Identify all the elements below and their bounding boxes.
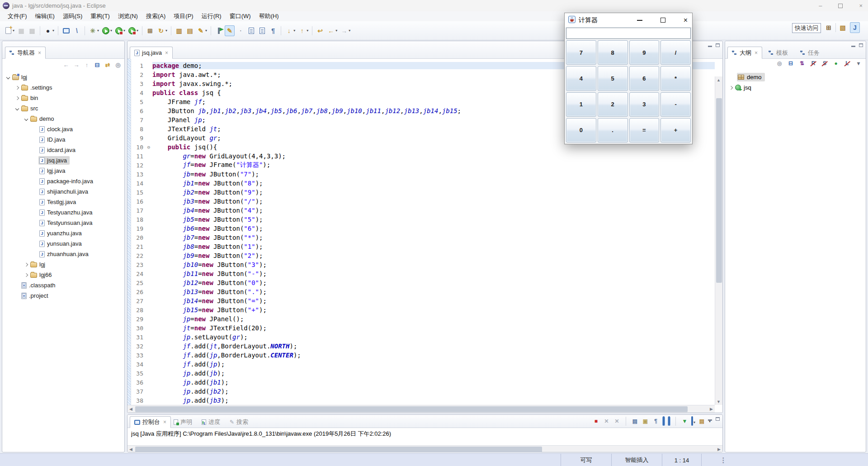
navigator-tab[interactable]: 导航器 × <box>5 47 46 59</box>
menubar-item[interactable]: 运行(R) <box>198 11 226 21</box>
next-change-button[interactable]: ∙ <box>236 25 245 36</box>
coverage-button[interactable]: ▾ <box>114 25 126 36</box>
nav-item-Testyunsuan.java[interactable]: Testyunsuan.java <box>2 218 124 228</box>
menubar-item[interactable]: 重构(T) <box>86 11 114 21</box>
external-tools-button[interactable]: ↻▾ <box>156 25 168 36</box>
console-minimize-button[interactable] <box>708 419 712 421</box>
scroll-up-icon[interactable]: ▲ <box>715 76 722 83</box>
nav-item-src[interactable]: src <box>2 103 124 114</box>
calc-button-/[interactable]: / <box>660 40 691 65</box>
new-java-project-button[interactable]: ⊞ <box>145 25 155 36</box>
next-annotation-button[interactable]: ↓▾ <box>284 25 296 36</box>
last-launch-button[interactable]: ●▾ <box>43 25 55 36</box>
calc-button-6[interactable]: 6 <box>629 66 660 90</box>
menubar-item[interactable]: 浏览(N) <box>114 11 142 21</box>
stop-button[interactable]: ■ <box>592 418 600 425</box>
scroll-down-icon[interactable]: ▼ <box>715 398 722 405</box>
tree-expander-icon[interactable] <box>14 97 20 100</box>
console-tab-搜索[interactable]: ✎搜索 <box>226 416 252 428</box>
nav-item-yuanzhu.java[interactable]: yuanzhu.java <box>2 228 124 238</box>
menubar-item[interactable]: 源码(S) <box>59 11 86 21</box>
nav-item-.settings[interactable]: .settings <box>2 82 124 93</box>
console-scroll-left-icon[interactable]: ◀ <box>127 446 134 452</box>
tree-expander-icon[interactable] <box>23 274 29 276</box>
calc-button-0[interactable]: 0 <box>566 118 596 143</box>
menubar-item[interactable]: 窗口(W) <box>226 11 255 21</box>
outline-focus-button[interactable]: ◎ <box>776 60 783 67</box>
nav-item-jsq.java[interactable]: jsq.java <box>2 155 124 166</box>
navigator-tab-close-icon[interactable]: × <box>38 50 41 56</box>
nav-item-idcard.java[interactable]: idcard.java <box>2 145 124 155</box>
nav-item-lgj[interactable]: lgj <box>2 259 124 270</box>
view-menu-button[interactable]: ◎ <box>114 61 122 68</box>
collapse-all-button[interactable]: ⊟ <box>94 61 101 68</box>
menubar-item[interactable]: 编辑(E) <box>31 11 59 21</box>
editor-horizontal-scrollbar[interactable]: ◀ ▶ <box>127 405 715 413</box>
calc-button-*[interactable]: * <box>660 66 691 90</box>
calc-button--[interactable]: - <box>660 92 691 117</box>
window-close-button[interactable]: × <box>859 2 863 9</box>
hide-fields-button[interactable]: R <box>810 60 817 67</box>
show-stdout-toggle[interactable] <box>662 417 665 426</box>
calc-button-7[interactable]: 7 <box>566 40 596 65</box>
calc-button-2[interactable]: 2 <box>598 92 628 117</box>
run-button[interactable]: ▾ <box>101 25 113 36</box>
previous-annotation-button[interactable]: ↑▾ <box>297 25 309 36</box>
open-console-button2[interactable]: ▤ <box>698 418 706 425</box>
calc-button-=[interactable]: = <box>629 118 660 143</box>
outline-item-demo[interactable]: demo <box>725 72 866 82</box>
window-minimize-button[interactable]: – <box>819 2 822 9</box>
java-perspective-button[interactable]: J <box>850 22 860 33</box>
scroll-right-icon[interactable]: ▶ <box>708 405 715 412</box>
editor-maximize-button[interactable] <box>716 43 720 47</box>
editor-tab-close-icon[interactable]: × <box>165 50 168 56</box>
outline-menu-button[interactable]: ▾ <box>855 60 862 67</box>
new-wizard-button[interactable]: ▾ <box>3 25 15 36</box>
show-stderr-toggle[interactable] <box>668 417 670 426</box>
nav-item-demo[interactable]: demo <box>2 114 124 124</box>
calc-button-+[interactable]: + <box>660 118 691 143</box>
tree-expander-icon[interactable] <box>23 118 29 120</box>
editor-tab-jsq[interactable]: jsq.java × <box>130 47 173 59</box>
nav-item-bin[interactable]: bin <box>2 93 124 103</box>
nav-item-yunsuan.java[interactable]: yunsuan.java <box>2 238 124 249</box>
outline-sort-button[interactable]: ⇅ <box>798 60 806 67</box>
nav-item-lgj[interactable]: lgj <box>2 72 124 82</box>
console-tab-控制台[interactable]: 控制台× <box>130 416 171 428</box>
menubar-item[interactable]: 项目(P) <box>170 11 197 21</box>
calc-button-8[interactable]: 8 <box>598 40 628 65</box>
mark-occurrences-toggle[interactable]: ✎ <box>225 25 235 36</box>
tree-expander-icon[interactable] <box>23 263 29 266</box>
console-tab-声明[interactable]: 声明 <box>170 416 196 428</box>
nav-item-.classpath[interactable]: .classpath <box>2 280 124 290</box>
calc-display-field[interactable] <box>566 28 691 39</box>
nav-forward-button[interactable]: → <box>73 61 80 68</box>
calc-close-button[interactable]: × <box>684 16 688 24</box>
clear-console-button[interactable]: ▤ <box>631 418 639 425</box>
tree-expander-icon[interactable] <box>728 86 734 89</box>
back-button[interactable]: ←▾ <box>326 25 338 36</box>
console-tab-进度[interactable]: 进度 <box>198 416 224 428</box>
tree-expander-icon[interactable] <box>14 107 20 110</box>
console-tab-close-icon[interactable]: × <box>163 419 166 425</box>
hide-static-button[interactable]: S <box>821 60 828 67</box>
calc-button-1[interactable]: 1 <box>566 92 596 117</box>
save-button[interactable]: ▦ <box>16 25 26 36</box>
calc-button-5[interactable]: 5 <box>598 66 628 90</box>
quick-access-button[interactable]: 快速访问 <box>792 23 821 33</box>
debug-button[interactable]: ✳▾ <box>88 25 100 36</box>
nav-item-lgj66[interactable]: lgj66 <box>2 270 124 280</box>
resource-perspective-button[interactable]: ▧ <box>839 24 847 32</box>
open-element-button[interactable]: ▤ <box>185 25 195 36</box>
open-type-button[interactable] <box>214 25 224 36</box>
nav-item-shijianchuli.java[interactable]: shijianchuli.java <box>2 186 124 197</box>
open-console-button[interactable] <box>61 25 71 36</box>
hide-locals-button[interactable]: L <box>844 60 851 67</box>
scroll-left-icon[interactable]: ◀ <box>127 405 134 412</box>
calc-minimize-button[interactable] <box>637 20 642 21</box>
editor-minimize-button[interactable] <box>708 46 712 47</box>
editor-hscroll-thumb[interactable] <box>135 406 688 412</box>
new-package-button[interactable]: ▥ <box>174 25 184 36</box>
save-all-button[interactable]: ▩ <box>27 25 37 36</box>
last-edit-location-button[interactable]: ↩ <box>315 25 325 36</box>
